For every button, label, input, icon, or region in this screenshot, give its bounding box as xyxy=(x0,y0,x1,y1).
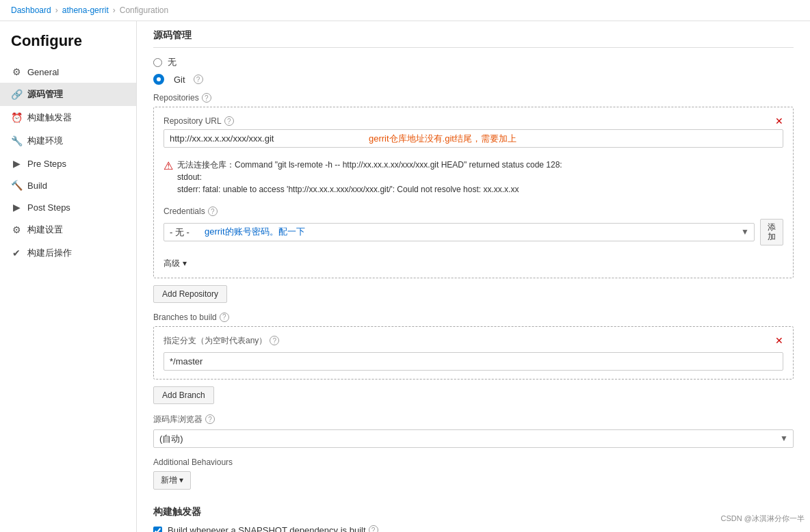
source-browser-select[interactable]: (自动) xyxy=(153,429,794,448)
repo-url-group: Repository URL ? ✕ gerrit仓库地址没有.git结尾，需要… xyxy=(164,116,783,148)
repositories-help-icon[interactable]: ? xyxy=(202,93,211,103)
source-browser-label-group: 源码库浏览器 ? xyxy=(153,414,794,425)
source-browser-help-icon[interactable]: ? xyxy=(205,414,215,424)
sidebar-item-build-settings[interactable]: ⚙ 构建设置 xyxy=(0,218,136,241)
sidebar-label-post-steps: Post Steps xyxy=(27,202,70,213)
add-branch-button[interactable]: Add Branch xyxy=(153,386,214,404)
repo-url-help-icon[interactable]: ? xyxy=(224,116,234,126)
trigger-section: 构建触发器 Build whenever a SNAPSHOT dependen… xyxy=(153,506,794,532)
sidebar-label-build: Build xyxy=(27,181,47,191)
prestep-icon: ▶ xyxy=(11,158,22,169)
sidebar-label-source-mgmt: 源码管理 xyxy=(27,88,63,101)
branch-close-icon[interactable]: ✕ xyxy=(775,335,783,346)
branch-box: 指定分支（为空时代表any） ? ✕ xyxy=(153,326,794,380)
radio-none-label: 无 xyxy=(168,56,177,68)
repo-close-icon[interactable]: ✕ xyxy=(775,116,783,127)
sidebar-item-build-env[interactable]: 🔧 构建环境 xyxy=(0,129,136,152)
advanced-toggle[interactable]: 高级 ▾ xyxy=(164,258,187,269)
sidebar-label-build-settings: 构建设置 xyxy=(27,224,63,236)
repo-box: Repository URL ? ✕ gerrit仓库地址没有.git结尾，需要… xyxy=(153,107,794,278)
breadcrumb-current: Configuration xyxy=(120,5,168,15)
branches-label-group: Branches to build ? xyxy=(153,312,794,322)
sidebar: Configure ⚙ General 🔗 源码管理 ⏰ 构建触发器 🔧 构建环… xyxy=(0,21,137,532)
credentials-group: Credentials ? - 无 - gerrit的账号密码。配一下 ▼ 添 xyxy=(164,207,783,245)
error-stderr: stderr: fatal: unable to access 'http://… xyxy=(177,183,562,196)
sidebar-label-post-actions: 构建后操作 xyxy=(27,247,72,259)
source-browser-label: 源码库浏览器 xyxy=(153,414,202,425)
error-main: 无法连接仓库：Command "git ls-remote -h -- http… xyxy=(177,159,562,171)
breadcrumb-project[interactable]: athena-gerrit xyxy=(62,5,109,15)
sidebar-item-build[interactable]: 🔨 Build xyxy=(0,174,136,196)
error-text: 无法连接仓库：Command "git ls-remote -h -- http… xyxy=(177,159,562,196)
credentials-label-group: Credentials ? xyxy=(164,207,783,216)
sidebar-item-build-trigger[interactable]: ⏰ 构建触发器 xyxy=(0,106,136,129)
chevron-down-icon: ▾ xyxy=(183,258,187,268)
radio-none[interactable]: 无 xyxy=(153,56,794,68)
trigger-label-1: Build whenever a SNAPSHOT dependency is … xyxy=(168,525,378,532)
sidebar-label-general: General xyxy=(27,67,59,77)
sidebar-item-pre-steps[interactable]: ▶ Pre Steps xyxy=(0,152,136,174)
repo-url-input-wrap: gerrit仓库地址没有.git结尾，需要加上 xyxy=(164,129,783,148)
sidebar-label-build-trigger: 构建触发器 xyxy=(27,111,72,124)
git-label: Git xyxy=(174,75,185,85)
env-icon: 🔧 xyxy=(11,135,22,146)
repo-url-label-group: Repository URL ? ✕ xyxy=(164,116,783,127)
watermark: CSDN @冰淇淋分你一半 xyxy=(721,514,805,524)
new-button-label: 新增 xyxy=(161,475,177,486)
branch-field-label-group: 指定分支（为空时代表any） ? ✕ xyxy=(164,335,783,347)
sidebar-label-build-env: 构建环境 xyxy=(27,135,63,147)
branch-input[interactable] xyxy=(164,352,783,371)
trigger-checkbox-1[interactable] xyxy=(153,527,162,532)
new-behaviour-button[interactable]: 新增 ▾ xyxy=(153,471,191,490)
radio-git[interactable]: Git ? xyxy=(153,74,794,85)
settings-icon: ⚙ xyxy=(11,224,22,235)
credentials-help-icon[interactable]: ? xyxy=(208,207,218,216)
sidebar-title: Configure xyxy=(0,32,136,61)
credentials-select-wrap: - 无 - gerrit的账号密码。配一下 ▼ xyxy=(164,223,755,241)
branch-help-icon[interactable]: ? xyxy=(270,336,279,345)
poststep-icon: ▶ xyxy=(11,202,22,213)
repo-url-annotation: gerrit仓库地址没有.git结尾，需要加上 xyxy=(369,133,517,145)
source-browser-select-wrap: (自动) ▼ xyxy=(153,429,794,448)
add-credentials-button[interactable]: 添 加 xyxy=(760,219,783,245)
build-icon: 🔨 xyxy=(11,180,22,191)
breadcrumb-dashboard[interactable]: Dashboard xyxy=(11,5,51,15)
branches-help-icon[interactable]: ? xyxy=(220,312,229,322)
error-stdout: stdout: xyxy=(177,171,562,183)
git-help-icon[interactable]: ? xyxy=(194,75,203,84)
trigger-item-1: Build whenever a SNAPSHOT dependency is … xyxy=(153,525,794,532)
source-icon: 🔗 xyxy=(11,89,22,100)
scm-section-header: 源码管理 xyxy=(153,21,794,48)
branch-field-label: 指定分支（为空时代表any） xyxy=(164,335,267,347)
breadcrumb: Dashboard › athena-gerrit › Configuratio… xyxy=(0,0,810,21)
radio-git-selected xyxy=(153,74,164,85)
sidebar-item-source-mgmt[interactable]: 🔗 源码管理 xyxy=(0,83,136,106)
gear-icon: ⚙ xyxy=(11,66,22,77)
error-icon: ⚠ xyxy=(164,159,173,196)
trigger1-help-icon[interactable]: ? xyxy=(369,525,378,532)
repositories-label: Repositories xyxy=(153,93,199,103)
additional-behaviours-label: Additional Behaviours xyxy=(153,457,794,467)
credentials-label: Credentials xyxy=(164,207,205,216)
additional-label: Additional Behaviours xyxy=(153,457,233,467)
credentials-select[interactable]: - 无 - xyxy=(164,223,755,241)
sidebar-label-pre-steps: Pre Steps xyxy=(27,159,66,169)
actions-icon: ✔ xyxy=(11,248,22,258)
add-repository-button[interactable]: Add Repository xyxy=(153,285,227,303)
repo-url-label: Repository URL xyxy=(164,116,222,126)
error-box: ⚠ 无法连接仓库：Command "git ls-remote -h -- ht… xyxy=(164,155,783,200)
advanced-label: 高级 xyxy=(164,258,180,269)
branches-label: Branches to build xyxy=(153,312,217,322)
sidebar-item-post-steps[interactable]: ▶ Post Steps xyxy=(0,196,136,218)
sidebar-item-post-actions[interactable]: ✔ 构建后操作 xyxy=(0,241,136,265)
trigger-title: 构建触发器 xyxy=(153,506,794,518)
main-content: 源码管理 无 Git ? Repositories ? xyxy=(137,21,810,532)
chevron-down-icon-new: ▾ xyxy=(179,475,183,485)
trigger-icon: ⏰ xyxy=(11,112,22,123)
repositories-label-group: Repositories ? xyxy=(153,93,794,103)
radio-none-input[interactable] xyxy=(153,58,162,67)
sidebar-item-general[interactable]: ⚙ General xyxy=(0,61,136,83)
credentials-row: - 无 - gerrit的账号密码。配一下 ▼ 添 加 xyxy=(164,219,783,245)
